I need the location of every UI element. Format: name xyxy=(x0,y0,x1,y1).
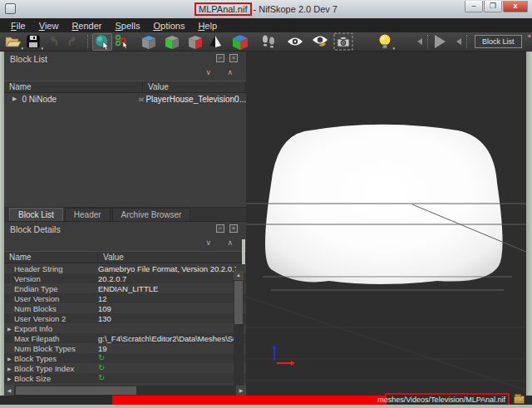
scroll-up-icon[interactable]: ▲ xyxy=(234,271,244,280)
minimize-button[interactable]: – xyxy=(465,1,483,12)
detail-row-user-version-2[interactable]: User Version 2130 xyxy=(4,313,246,323)
viewport-render xyxy=(246,52,526,396)
detail-value: Gamebryo File Format, Version 20.2.0.7 xyxy=(98,264,236,273)
save-icon[interactable]: ▾ xyxy=(23,33,43,51)
chevron-down-icon[interactable]: ∨ xyxy=(205,238,211,247)
tab-header[interactable]: Header xyxy=(65,208,111,221)
block-list-combo[interactable]: Block List xyxy=(475,35,522,48)
detail-row-block-types[interactable]: ▶Block Types↻ xyxy=(4,353,246,363)
walk-footprints-icon[interactable] xyxy=(259,33,278,51)
column-header-name[interactable]: Name xyxy=(4,252,98,263)
view-front-cube-icon[interactable] xyxy=(162,33,182,51)
expand-arrow-icon[interactable]: ▶ xyxy=(7,376,14,381)
node-name: 0 NiNode xyxy=(22,95,57,104)
detail-value: 20.2.0.7 xyxy=(98,274,236,283)
scrollbar-thumb[interactable] xyxy=(234,281,243,324)
float-panel-icon[interactable]: ⌐ xyxy=(216,224,224,233)
menu-file[interactable]: File xyxy=(4,21,32,31)
window-border-right xyxy=(526,52,532,396)
scroll-right-icon[interactable]: ▶ xyxy=(236,386,246,396)
detail-name: Block Type Index xyxy=(14,364,98,373)
toolbar-overflow-chevron[interactable]: » xyxy=(528,32,530,40)
title-bar: MLPAnal.nif - NifSkope 2.0 Dev 7 – ❐ x xyxy=(0,0,532,18)
perspective-cube-icon[interactable] xyxy=(230,33,250,51)
scroll-left-icon[interactable]: ◀ xyxy=(4,386,14,396)
refresh-icon: ↻ xyxy=(98,374,105,382)
dropdown-arrow-icon: ▾ xyxy=(392,47,395,50)
column-header-value[interactable]: Value xyxy=(98,252,246,263)
string-type-icon: txt xyxy=(139,96,143,102)
step-forward-icon[interactable] xyxy=(456,38,462,45)
expand-arrow-icon[interactable]: ▶ xyxy=(7,356,14,361)
toolbar-separator xyxy=(466,35,467,48)
axes-gizmo-icon xyxy=(272,345,295,366)
tab-block-list[interactable]: Block List xyxy=(9,208,63,221)
title-annotation-box: MLPAnal.nif xyxy=(195,2,252,16)
detail-row-block-type-index[interactable]: ▶Block Type Index↻ xyxy=(4,363,246,373)
chevron-down-icon[interactable]: ∨ xyxy=(205,68,211,76)
detail-value: ENDIAN_LITTLE xyxy=(98,284,236,293)
expand-arrow-icon[interactable]: ▶ xyxy=(12,96,17,102)
detail-name: Export Info xyxy=(14,324,98,333)
vertical-scrollbar[interactable]: ▲ ▼ xyxy=(234,271,244,396)
block-details-rows: Header StringGamebryo File Format, Versi… xyxy=(4,263,246,388)
menu-options[interactable]: Options xyxy=(146,21,191,31)
block-list-tree[interactable]: ▶ 0 NiNode txt PlayerHouse_Television0..… xyxy=(4,93,246,208)
toolbar: ▾ ▾ xyxy=(0,32,532,52)
view-side-cube-icon[interactable] xyxy=(185,33,205,51)
play-icon[interactable] xyxy=(432,34,447,49)
column-header-value[interactable]: Value xyxy=(143,81,246,92)
tree-row-ninode[interactable]: ▶ 0 NiNode txt PlayerHouse_Television0..… xyxy=(4,93,246,105)
close-panel-icon[interactable]: × xyxy=(229,224,238,233)
detail-row-endian-type[interactable]: Endian TypeENDIAN_LITTLE xyxy=(4,283,246,293)
menu-spells[interactable]: Spells xyxy=(109,21,147,31)
close-button[interactable]: x xyxy=(503,1,528,12)
splitter-handle[interactable]: ······ xyxy=(119,216,139,221)
chevron-up-icon[interactable]: ∧ xyxy=(227,238,233,247)
window-border-bottom xyxy=(0,405,532,408)
step-back-icon[interactable] xyxy=(416,38,423,45)
column-header-name[interactable]: Name xyxy=(4,81,143,92)
scrollbar-thumb[interactable] xyxy=(16,386,136,395)
vertex-select-mode-icon[interactable] xyxy=(112,33,132,51)
menu-help[interactable]: Help xyxy=(191,21,224,31)
main-area: Block List ⌐ × ∨ ∧ Name Value ▶ 0 NiNode xyxy=(0,52,532,396)
dock-splitter-handle[interactable] xyxy=(242,239,245,264)
block-list-title-text: Block List xyxy=(10,54,47,64)
3d-viewport[interactable] xyxy=(246,52,526,396)
view-top-cube-icon[interactable] xyxy=(139,33,159,51)
scrollbar-track[interactable] xyxy=(14,386,236,396)
highlight-eye-icon[interactable] xyxy=(310,33,330,51)
redo-icon[interactable] xyxy=(63,33,83,51)
visibility-eye-icon[interactable] xyxy=(285,33,305,51)
detail-row-num-block-types[interactable]: Num Block Types19 xyxy=(4,343,246,353)
detail-row-header-string[interactable]: Header StringGamebryo File Format, Versi… xyxy=(4,263,246,273)
detail-row-export-info[interactable]: ▶Export Info xyxy=(4,323,246,333)
expand-arrow-icon[interactable]: ▶ xyxy=(7,366,14,371)
chevron-up-icon[interactable]: ∧ xyxy=(227,68,233,76)
detail-row-block-size[interactable]: ▶Block Size↻ xyxy=(4,373,246,383)
maximize-button[interactable]: ❐ xyxy=(484,1,502,12)
detail-row-version[interactable]: Version20.2.0.7 xyxy=(4,273,246,283)
detail-name: User Version xyxy=(14,294,98,303)
detail-row-num-blocks[interactable]: Num Blocks109 xyxy=(4,303,246,313)
menu-view[interactable]: View xyxy=(32,21,66,31)
tv-mesh xyxy=(265,125,503,284)
close-panel-icon[interactable]: × xyxy=(229,54,238,62)
flip-normals-icon[interactable] xyxy=(205,33,225,51)
horizontal-scrollbar[interactable]: ◀ ▶ xyxy=(4,386,246,396)
open-folder-icon[interactable]: ▾ xyxy=(3,33,23,51)
toolbar-separator xyxy=(87,35,88,48)
menu-render[interactable]: Render xyxy=(65,21,108,31)
rotate-sphere-mode-icon[interactable] xyxy=(92,33,112,51)
detail-row-max-filepath[interactable]: Max Filepathg:\_F4\Scratch\Editor2\Data\… xyxy=(4,333,246,343)
detail-row-user-version[interactable]: User Version12 xyxy=(4,293,246,303)
expand-arrow-icon[interactable]: ▶ xyxy=(7,326,14,332)
lighting-bulb-icon[interactable]: ▾ xyxy=(375,33,395,51)
detail-name: User Version 2 xyxy=(14,314,98,323)
float-panel-icon[interactable]: ⌐ xyxy=(216,54,224,62)
folder-icon[interactable] xyxy=(514,396,525,404)
screenshot-camera-icon[interactable] xyxy=(333,33,353,51)
undo-icon[interactable] xyxy=(43,33,63,51)
window-title: MLPAnal.nif - NifSkope 2.0 Dev 7 xyxy=(0,0,532,18)
